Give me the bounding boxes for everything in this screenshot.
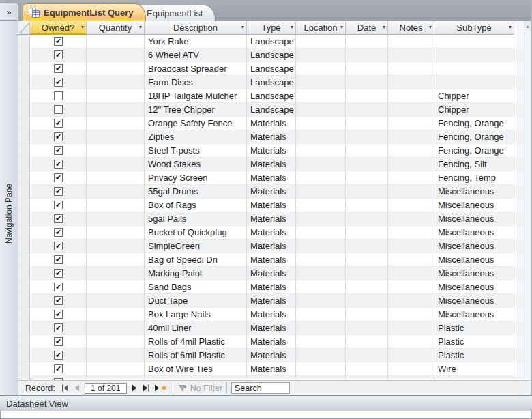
cell-date[interactable] [346, 321, 388, 335]
cell-subtype[interactable]: Fencing, Orange [434, 144, 514, 158]
cell-location[interactable] [296, 171, 346, 185]
row-selector[interactable] [18, 321, 30, 335]
cell-location[interactable] [296, 117, 346, 130]
cell-subtype[interactable]: Miscellaneous [434, 199, 514, 212]
cell-location[interactable] [296, 362, 346, 376]
cell-subtype[interactable]: Chipper [434, 89, 514, 103]
first-record-button[interactable] [59, 383, 71, 394]
record-position[interactable]: 1 of 201 [85, 383, 127, 394]
cell-description[interactable]: Broadcast Spreader [145, 62, 247, 76]
cell-location[interactable] [296, 226, 346, 240]
cell-location[interactable] [296, 280, 346, 294]
cell-subtype[interactable] [434, 76, 514, 89]
cell-quantity[interactable] [87, 103, 145, 117]
cell-subtype[interactable] [434, 35, 514, 48]
checkbox-checked[interactable]: ✔ [54, 37, 63, 46]
cell-notes[interactable] [388, 199, 434, 212]
checkbox-checked[interactable]: ✔ [54, 351, 63, 360]
row-selector[interactable] [18, 280, 30, 294]
cell-type[interactable]: Materials [247, 158, 296, 171]
cell-owned[interactable]: ✔ [30, 171, 87, 185]
cell-quantity[interactable] [87, 144, 145, 158]
cell-description[interactable]: York Rake [145, 35, 247, 48]
checkbox-checked[interactable]: ✔ [54, 269, 63, 278]
cell-quantity[interactable] [87, 89, 145, 103]
scrollbar-up-icon[interactable]: ▲ [524, 21, 531, 31]
cell-owned[interactable]: ✔ [30, 308, 87, 321]
cell-quantity[interactable] [87, 267, 145, 280]
cell-description[interactable]: Farm Discs [145, 76, 247, 89]
cell-type[interactable]: Materials [247, 267, 296, 280]
row-selector[interactable] [18, 253, 30, 267]
cell-location[interactable] [296, 199, 346, 212]
cell-notes[interactable] [388, 226, 434, 240]
cell-date[interactable] [346, 144, 388, 158]
cell-type[interactable]: Materials [247, 335, 296, 349]
column-dropdown-icon[interactable]: ▾ [429, 25, 432, 30]
row-selector[interactable] [18, 199, 30, 212]
cell-description[interactable]: Box of Wire Ties [145, 362, 247, 376]
cell-quantity[interactable] [87, 253, 145, 267]
cell-date[interactable] [346, 349, 388, 362]
checkbox-checked[interactable]: ✔ [54, 364, 63, 373]
checkbox-unchecked[interactable] [54, 91, 63, 100]
new-record-button[interactable]: ✱ [152, 383, 168, 394]
column-dropdown-icon[interactable]: ▾ [291, 25, 293, 30]
checkbox-checked[interactable]: ✔ [54, 78, 63, 87]
cell-type[interactable]: Materials [247, 117, 296, 130]
cell-quantity[interactable] [87, 199, 145, 212]
row-selector[interactable] [18, 89, 30, 103]
vertical-scrollbar[interactable]: ▲ [524, 21, 531, 380]
cell-description[interactable]: Duct Tape [145, 294, 247, 308]
cell-owned[interactable]: ✔ [30, 117, 87, 130]
cell-description[interactable]: Rolls of 6mil Plastic [145, 349, 247, 362]
cell-date[interactable] [346, 35, 388, 48]
cell-date[interactable] [346, 294, 388, 308]
cell-quantity[interactable] [87, 117, 145, 130]
cell-location[interactable] [296, 103, 346, 117]
column-header-owned[interactable]: Owned?▾ [30, 21, 87, 35]
cell-description[interactable]: Bag of Speedi Dri [145, 253, 247, 267]
cell-description[interactable]: Rolls of 4mil Plastic [145, 335, 247, 349]
cell-subtype[interactable]: Miscellaneous [434, 185, 514, 199]
cell-type[interactable]: Materials [247, 280, 296, 294]
row-selector[interactable] [18, 240, 30, 253]
row-selector[interactable] [18, 171, 30, 185]
cell-quantity[interactable] [87, 130, 145, 144]
cell-subtype[interactable]: Fencing, Temp [434, 171, 514, 185]
checkbox-checked[interactable]: ✔ [54, 146, 63, 155]
cell-type[interactable]: Materials [247, 294, 296, 308]
cell-quantity[interactable] [87, 48, 145, 62]
cell-notes[interactable] [388, 267, 434, 280]
previous-record-button[interactable] [71, 383, 83, 394]
cell-location[interactable] [296, 267, 346, 280]
cell-location[interactable] [296, 240, 346, 253]
cell-subtype[interactable]: Wire [434, 362, 514, 376]
checkbox-checked[interactable]: ✔ [54, 310, 63, 319]
cell-subtype[interactable]: Miscellaneous [434, 240, 514, 253]
row-selector[interactable] [18, 335, 30, 349]
row-selector[interactable] [18, 349, 30, 362]
row-selector[interactable] [18, 62, 30, 76]
cell-owned[interactable]: ✔ [30, 35, 87, 48]
checkbox-checked[interactable]: ✔ [54, 132, 63, 141]
navigation-pane-expand-button[interactable]: » [0, 3, 18, 21]
row-selector[interactable] [18, 130, 30, 144]
column-header-description[interactable]: Description▾ [145, 21, 247, 35]
row-selector[interactable] [18, 103, 30, 117]
cell-subtype[interactable]: Fencing, Silt [434, 158, 514, 171]
cell-description[interactable]: Bucket of Quickplug [145, 226, 247, 240]
cell-notes[interactable] [388, 76, 434, 89]
cell-owned[interactable]: ✔ [30, 226, 87, 240]
cell-quantity[interactable] [87, 321, 145, 335]
cell-owned[interactable]: ✔ [30, 212, 87, 226]
cell-quantity[interactable] [87, 62, 145, 76]
cell-location[interactable] [296, 253, 346, 267]
checkbox-checked[interactable]: ✔ [54, 283, 63, 291]
cell-date[interactable] [346, 48, 388, 62]
cell-date[interactable] [346, 62, 388, 76]
column-dropdown-icon[interactable]: ▾ [383, 25, 385, 30]
checkbox-checked[interactable]: ✔ [54, 187, 63, 196]
cell-subtype[interactable] [434, 62, 514, 76]
cell-location[interactable] [296, 158, 346, 171]
